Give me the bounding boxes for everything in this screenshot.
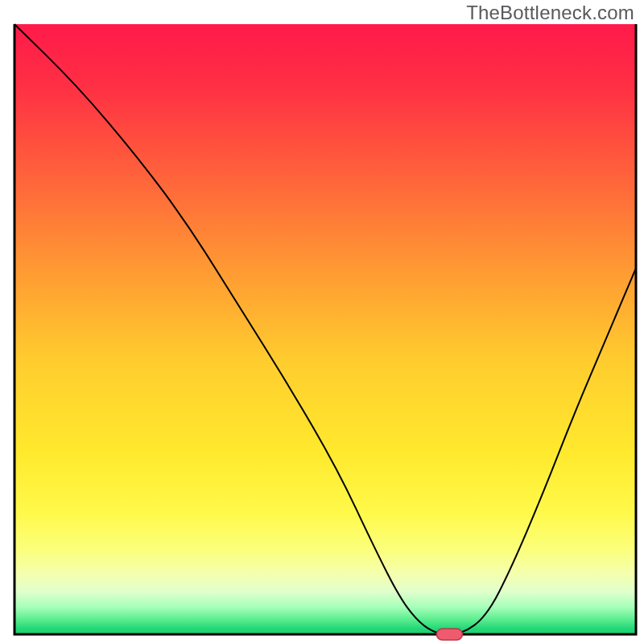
bottleneck-chart [0,0,644,644]
optimal-marker [436,629,462,640]
site-watermark: TheBottleneck.com [466,2,634,24]
plot-background [14,24,636,634]
chart-container: TheBottleneck.com [0,0,644,644]
